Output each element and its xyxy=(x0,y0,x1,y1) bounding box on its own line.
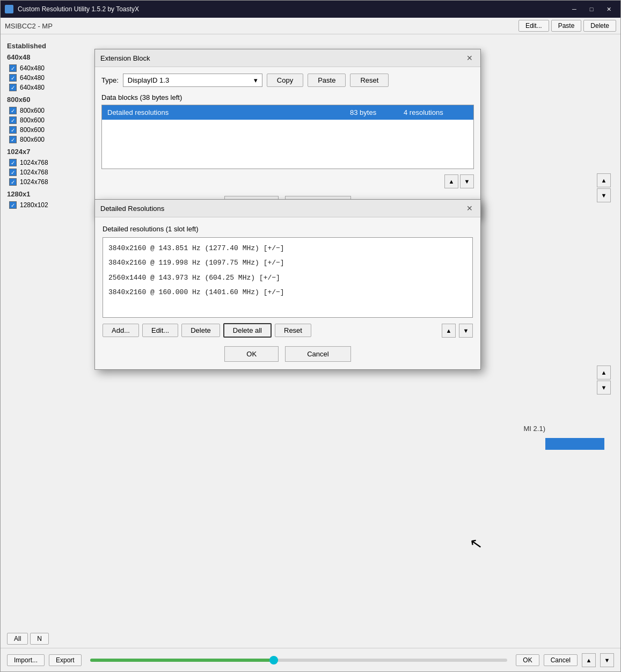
detailed-dialog-title: Detailed Resolutions xyxy=(100,204,164,213)
progress-fill xyxy=(90,659,278,662)
extension-dialog-close[interactable]: ✕ xyxy=(464,53,475,63)
all-button[interactable]: All xyxy=(7,633,28,645)
arrow-group-1: ▲ ▼ xyxy=(597,173,611,202)
paste-button[interactable]: Paste xyxy=(551,20,582,32)
resolution-item-1[interactable]: 3840x2160 @ 143.851 Hz (1277.40 MHz) [+/… xyxy=(106,241,469,255)
add-button[interactable]: Add... xyxy=(103,324,139,337)
up-arrow-btn-2[interactable]: ▲ xyxy=(597,366,611,379)
reset-button-detail[interactable]: Reset xyxy=(275,324,311,337)
copy-button[interactable]: Copy xyxy=(267,74,303,87)
selection-buttons: All N xyxy=(7,633,49,645)
checkbox-640-3[interactable] xyxy=(9,84,17,91)
bottom-down-btn[interactable]: ▼ xyxy=(600,653,614,667)
detailed-resolutions-dialog: Detailed Resolutions ✕ Detailed resoluti… xyxy=(94,199,481,370)
import-button[interactable]: Import... xyxy=(7,654,45,666)
paste-button-ext[interactable]: Paste xyxy=(308,74,346,87)
checkbox-1024-3[interactable] xyxy=(9,178,17,186)
extension-block-dialog: Extension Block ✕ Type: DisplayID 1.3 ▾ … xyxy=(94,49,481,218)
down-arrow-btn-2[interactable]: ▼ xyxy=(597,381,611,395)
app-icon xyxy=(5,5,13,13)
arrow-group-2: ▲ ▼ xyxy=(597,366,611,395)
block-size: 83 bytes xyxy=(350,108,404,116)
title-bar: Custom Resolution Utility 1.5.2 by Toast… xyxy=(1,1,620,18)
edit-button[interactable]: Edit... xyxy=(518,20,549,32)
chevron-down-icon: ▾ xyxy=(254,76,258,84)
detail-cancel-button[interactable]: Cancel xyxy=(285,346,350,362)
res-label-1024-1: 1024x768 xyxy=(20,159,48,166)
resolution-item-3[interactable]: 2560x1440 @ 143.973 Hz (604.25 MHz) [+/−… xyxy=(106,271,469,285)
minimize-button[interactable]: ─ xyxy=(567,3,582,15)
bottom-up-btn[interactable]: ▲ xyxy=(582,653,596,667)
checkbox-800-1[interactable] xyxy=(9,107,17,114)
delete-button[interactable]: Delete xyxy=(583,20,616,32)
block-count: 4 resolutions xyxy=(404,108,468,116)
hdmi-bar xyxy=(545,438,604,450)
checkbox-640-2[interactable] xyxy=(9,74,17,82)
progress-handle[interactable] xyxy=(269,656,278,664)
bottom-bar: Import... Export OK Cancel ▲ ▼ xyxy=(1,648,620,671)
checkbox-800-3[interactable] xyxy=(9,126,17,134)
reset-button-ext[interactable]: Reset xyxy=(350,74,389,87)
hdmi-label: MI 2.1) xyxy=(524,425,545,433)
down-arrow-btn-1[interactable]: ▼ xyxy=(597,188,611,202)
window-controls: ─ □ ✕ xyxy=(567,3,616,15)
main-window: Custom Resolution Utility 1.5.2 by Toast… xyxy=(0,0,621,672)
data-blocks-label: Data blocks (38 bytes left) xyxy=(101,93,474,101)
delete-all-button[interactable]: Delete all xyxy=(223,323,272,338)
res-label-640-1: 640x480 xyxy=(20,64,45,72)
checkbox-640-1[interactable] xyxy=(9,64,17,72)
res-label-800-3: 800x600 xyxy=(20,126,45,134)
extension-dialog-title: Extension Block xyxy=(100,54,150,62)
up-arrow-btn-1[interactable]: ▲ xyxy=(597,173,611,187)
close-button[interactable]: ✕ xyxy=(601,3,616,15)
res-label-800-2: 800x600 xyxy=(20,116,45,124)
ext-down-btn[interactable]: ▼ xyxy=(460,174,474,188)
res-label-1024-2: 1024x768 xyxy=(20,169,48,176)
detail-ok-button[interactable]: OK xyxy=(224,346,279,362)
res-label-800-1: 800x600 xyxy=(20,107,45,114)
detail-up-btn[interactable]: ▲ xyxy=(442,324,456,338)
res-label-1024-3: 1024x768 xyxy=(20,178,48,186)
mouse-cursor: ↖ xyxy=(468,534,483,553)
progress-bar xyxy=(90,659,508,662)
resolution-item-2[interactable]: 3840x2160 @ 119.998 Hz (1097.75 MHz) [+/… xyxy=(106,255,469,270)
data-block-item-selected[interactable]: Detailed resolutions 83 bytes 4 resoluti… xyxy=(102,105,473,120)
type-select[interactable]: DisplayID 1.3 ▾ xyxy=(123,74,262,87)
detail-body: Detailed resolutions (1 slot left) 3840x… xyxy=(95,217,480,369)
detailed-resolutions-list[interactable]: 3840x2160 @ 143.851 Hz (1277.40 MHz) [+/… xyxy=(103,237,473,318)
res-label-640-3: 640x480 xyxy=(20,84,45,91)
maximize-button[interactable]: □ xyxy=(584,3,599,15)
main-cancel-button[interactable]: Cancel xyxy=(544,654,578,666)
res-label-640-2: 640x480 xyxy=(20,74,45,82)
edit-button-detail[interactable]: Edit... xyxy=(142,324,178,337)
res-label-800-4: 800x600 xyxy=(20,136,45,143)
checkbox-1024-2[interactable] xyxy=(9,169,17,176)
checkbox-1280-1[interactable] xyxy=(9,201,17,209)
type-select-value: DisplayID 1.3 xyxy=(128,76,169,84)
checkbox-800-2[interactable] xyxy=(9,116,17,124)
export-button[interactable]: Export xyxy=(49,654,82,666)
checkbox-1024-1[interactable] xyxy=(9,159,17,166)
detailed-dialog-close[interactable]: ✕ xyxy=(464,203,475,214)
res-label-1280-1: 1280x102 xyxy=(20,201,48,209)
extension-dialog-body: Type: DisplayID 1.3 ▾ Copy Paste Reset D… xyxy=(95,67,480,218)
detail-buttons: Add... Edit... Delete Delete all Reset ▲… xyxy=(103,323,473,338)
detail-down-btn[interactable]: ▼ xyxy=(459,324,473,338)
none-button[interactable]: N xyxy=(30,633,49,645)
ext-bottom-buttons: ▲ ▼ xyxy=(101,174,474,188)
checkbox-800-4[interactable] xyxy=(9,136,17,143)
ext-arrow-group: ▲ ▼ xyxy=(444,174,474,188)
detail-ok-cancel: OK Cancel xyxy=(103,346,473,362)
extension-dialog-titlebar: Extension Block ✕ xyxy=(95,49,480,67)
data-blocks-list: Detailed resolutions 83 bytes 4 resoluti… xyxy=(101,105,474,169)
delete-button-detail[interactable]: Delete xyxy=(181,324,220,337)
ext-up-btn[interactable]: ▲ xyxy=(444,174,458,188)
main-toolbar: MSIBCC2 - MP Edit... Paste Delete xyxy=(1,18,620,34)
resolution-item-4[interactable]: 3840x2160 @ 160.000 Hz (1401.60 MHz) [+/… xyxy=(106,285,469,300)
type-row: Type: DisplayID 1.3 ▾ Copy Paste Reset xyxy=(101,74,474,87)
detailed-dialog-titlebar: Detailed Resolutions ✕ xyxy=(95,200,480,217)
app-title: Custom Resolution Utility 1.5.2 by Toast… xyxy=(18,5,562,13)
monitor-label: MSIBCC2 - MP xyxy=(5,22,53,30)
type-label: Type: xyxy=(101,76,119,84)
main-ok-button[interactable]: OK xyxy=(516,654,539,666)
